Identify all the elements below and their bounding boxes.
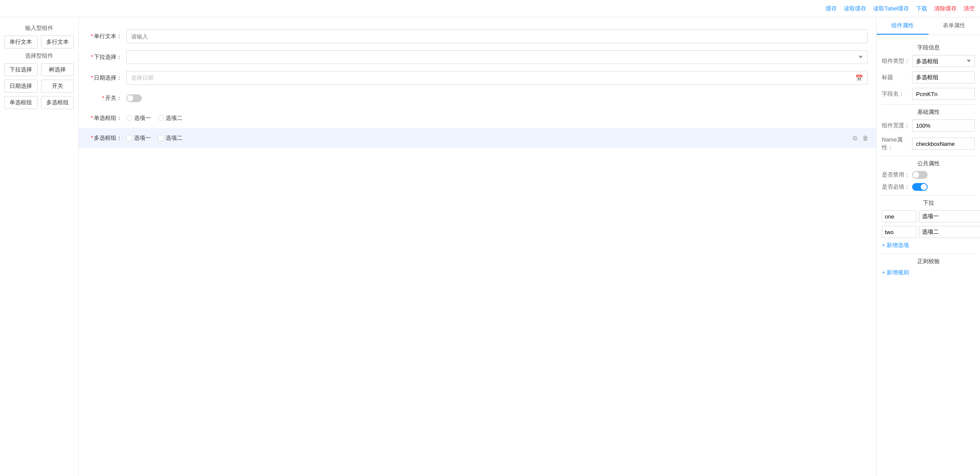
divider-1	[882, 104, 975, 105]
radio-item-2[interactable]: 选项二	[158, 114, 183, 122]
switch-control	[126, 94, 868, 102]
radio-label: *单选框组：	[87, 114, 126, 122]
name-attr-value	[912, 138, 975, 150]
multi-text-btn[interactable]: 多行文本	[41, 35, 74, 48]
divider-4	[882, 254, 975, 254]
radio-btn[interactable]: 单选框组	[4, 96, 38, 109]
select-control	[126, 50, 868, 64]
download-button[interactable]: 下载	[916, 5, 927, 13]
option-key-1[interactable]	[882, 210, 916, 222]
radio-group: 选项一 选项二	[126, 114, 868, 122]
disabled-toggle[interactable]	[912, 171, 928, 179]
text-input[interactable]	[126, 29, 868, 43]
required-toggle[interactable]	[912, 183, 928, 191]
form-row-radio: *单选框组： 选项一 选项二 ⧉	[79, 108, 876, 128]
copy-icon[interactable]: ⧉	[851, 134, 859, 142]
option-row-1: 🗑	[882, 210, 975, 222]
radio-label-1: 选项一	[134, 114, 151, 122]
checkbox-label-2: 选项二	[166, 134, 183, 142]
name-attr-row: Name属性：	[882, 136, 975, 151]
switch-label: *开关：	[87, 94, 126, 102]
checkbox-item-1[interactable]: 选项一	[126, 134, 151, 142]
date-control: 选择日期 📅	[126, 71, 868, 85]
date-picker[interactable]: 选择日期 📅	[126, 71, 868, 85]
width-input[interactable]	[912, 119, 975, 132]
clear-cache-button[interactable]: 清除缓存	[934, 5, 957, 13]
field-name-label: 字段名：	[882, 90, 912, 98]
dropdown-btn[interactable]: 下拉选择	[4, 63, 38, 76]
radio-control: 选项一 选项二	[126, 114, 868, 122]
form-row-text: *单行文本： ⧉ 🗑	[79, 26, 876, 47]
switch-toggle[interactable]	[126, 94, 142, 102]
dropdown-title: 下拉	[882, 199, 975, 207]
option-val-1[interactable]	[919, 210, 980, 222]
name-attr-input[interactable]	[912, 138, 975, 150]
divider-3	[882, 195, 975, 196]
field-info-title: 字段信息	[882, 44, 975, 51]
text-label: *单行文本：	[87, 32, 126, 40]
required-mark: *	[91, 33, 93, 39]
component-type-row: 组件类型： 多选框组	[882, 55, 975, 67]
disabled-row: 是否禁用：	[882, 171, 975, 179]
disabled-label: 是否禁用：	[882, 171, 912, 179]
tab-form-props[interactable]: 表单属性	[929, 17, 980, 35]
fetch-cache-button[interactable]: 读取缓存	[844, 5, 866, 13]
radio-circle-2	[158, 115, 164, 121]
select-btn-row-3: 单选框组 多选框组	[4, 96, 74, 109]
calendar-icon: 📅	[855, 74, 863, 81]
form-row-date: *日期选择： 选择日期 📅 ⧉ 🗑	[79, 68, 876, 88]
required-mark: *	[91, 74, 93, 81]
single-text-btn[interactable]: 单行文本	[4, 35, 38, 48]
checkbox-row-actions: ⧉ 🗑	[851, 134, 869, 142]
tab-component-props[interactable]: 组件属性	[877, 17, 929, 35]
main-area: 输入型组件 单行文本 多行文本 选择型组件 下拉选择 树选择 日期选择 开关 单…	[0, 17, 980, 476]
checkbox-group: 选项一 选项二	[126, 134, 868, 142]
title-label: 标题	[882, 74, 912, 81]
required-label: 是否必填：	[882, 183, 912, 191]
select-btn-row-1: 下拉选择 树选择	[4, 63, 74, 76]
option-key-2[interactable]	[882, 226, 916, 238]
date-placeholder: 选择日期	[131, 74, 154, 82]
title-value	[912, 71, 975, 84]
delete-icon[interactable]: 🗑	[862, 134, 869, 142]
date-label: *日期选择：	[87, 74, 126, 82]
input-section-title: 输入型组件	[4, 24, 74, 32]
select-btn-row-2: 日期选择 开关	[4, 80, 74, 93]
form-row-checkbox: *多选框组： 选项一 选项二 ⧉	[79, 128, 876, 148]
width-value	[912, 119, 975, 132]
date-btn[interactable]: 日期选择	[4, 80, 38, 93]
switch-btn[interactable]: 开关	[41, 80, 74, 93]
checkbox-item-2[interactable]: 选项二	[158, 134, 183, 142]
right-panel: 组件属性 表单属性 字段信息 组件类型： 多选框组 标题	[876, 17, 980, 476]
title-row: 标题	[882, 71, 975, 84]
required-row: 是否必填：	[882, 183, 975, 191]
name-attr-label: Name属性：	[882, 136, 912, 151]
cache-button[interactable]: 缓存	[826, 5, 837, 13]
radio-item-1[interactable]: 选项一	[126, 114, 151, 122]
dropdown-select[interactable]	[126, 50, 868, 64]
field-name-row: 字段名：	[882, 88, 975, 100]
add-rule-btn[interactable]: + 新增规则	[882, 269, 975, 277]
tree-btn[interactable]: 树选择	[41, 63, 74, 76]
select-section-title: 选择型组件	[4, 52, 74, 60]
add-option-btn[interactable]: + 新增选项	[882, 241, 975, 249]
component-type-label: 组件类型：	[882, 57, 912, 65]
divider-2	[882, 156, 975, 156]
checkbox-box-1	[126, 135, 132, 141]
fetch-table-cache-button[interactable]: 读取Tabel缓存	[873, 5, 909, 13]
form-row-switch: *开关： ⧉ 🗑	[79, 88, 876, 108]
select-label: *下拉选择：	[87, 53, 126, 61]
field-name-input[interactable]	[912, 88, 975, 100]
component-type-select[interactable]: 多选框组	[912, 55, 975, 67]
clear-button[interactable]: 清空	[964, 5, 975, 13]
checkbox-label: *多选框组：	[87, 134, 126, 142]
option-val-2[interactable]	[919, 226, 980, 238]
checkbox-btn[interactable]: 多选框组	[41, 96, 74, 109]
checkbox-box-2	[158, 135, 164, 141]
title-input[interactable]	[912, 71, 975, 84]
checkbox-label-1: 选项一	[134, 134, 151, 142]
component-type-value: 多选框组	[912, 55, 975, 67]
switch-wrap	[126, 94, 868, 102]
public-attrs-title: 公共属性	[882, 160, 975, 167]
basic-attrs-title: 基础属性	[882, 108, 975, 116]
